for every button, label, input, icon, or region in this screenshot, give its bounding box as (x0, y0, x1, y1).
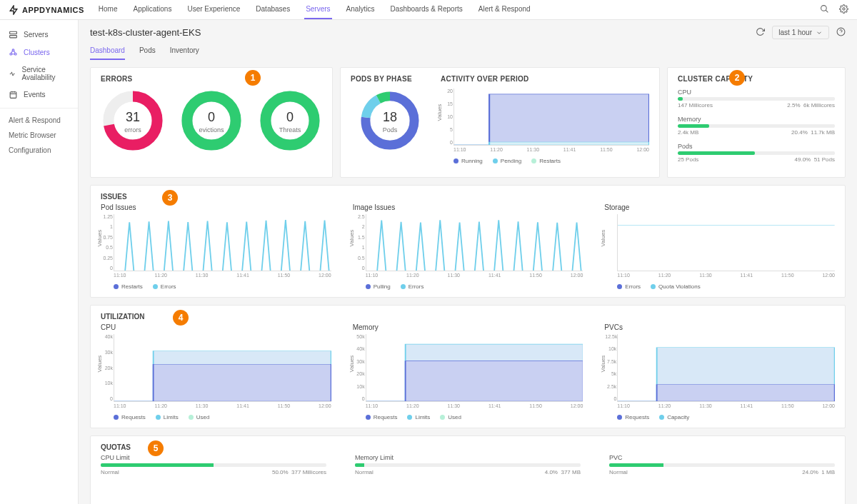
donut-Threats[interactable]: 0Threats (258, 89, 322, 154)
legend-item[interactable]: Restarts (531, 158, 561, 164)
donut-evictions[interactable]: 0evictions (179, 89, 244, 154)
chart-title: Memory (353, 323, 583, 331)
topnav-item-databases[interactable]: Databases (254, 0, 291, 19)
issues-chart-0[interactable]: Values 1.2510.750.50.250 11:1011:2011:30… (101, 214, 331, 290)
refresh-icon[interactable] (756, 27, 765, 38)
capacity-row-cpu: CPU 147 Millicores2.5% 6k Millicores (678, 89, 835, 109)
svg-rect-10 (10, 92, 16, 99)
events-icon (9, 90, 18, 99)
server-icon (9, 30, 18, 39)
legend-item[interactable]: Restarts (114, 283, 143, 290)
capacity-card: 2 CLUSTER CAPACITY CPU 147 Millicores2.5… (667, 67, 846, 178)
svg-point-2 (843, 8, 845, 10)
util-chart-0[interactable]: Values 40k30k20k10k0 11:1011:2011:3011:4… (101, 334, 331, 420)
legend-item[interactable]: Requests (114, 414, 146, 420)
issues-title: ISSUES (101, 193, 835, 201)
topnav-item-applications[interactable]: Applications (131, 0, 173, 19)
chart-title: Pod Issues (101, 203, 331, 211)
legend-item[interactable]: Used (189, 414, 210, 420)
legend-item[interactable]: Requests (366, 414, 398, 420)
legend-item[interactable]: Requests (617, 414, 649, 420)
svg-point-0 (821, 6, 827, 11)
annotation-badge: 5 (148, 440, 164, 456)
sidebar-item-servers[interactable]: Servers (0, 26, 78, 44)
capacity-title: CLUSTER CAPACITY (678, 75, 835, 83)
pods-activity-card: PODS BY PHASE 18 Pods (340, 67, 660, 178)
topnav-item-user-experience[interactable]: User Experience (186, 0, 241, 19)
legend-item[interactable]: Limits (156, 414, 179, 420)
svg-rect-4 (10, 36, 17, 38)
legend-item[interactable]: Used (440, 414, 461, 420)
capacity-row-memory: Memory 2.4k MB20.4% 11.7k MB (678, 116, 835, 136)
sidebar: ServersClustersService AvailabilityEvent… (0, 20, 79, 504)
issues-chart-2[interactable]: Values 11:1011:2011:3011:4111:5012:00 Er… (604, 214, 835, 290)
chart-title: PVCs (604, 323, 835, 331)
sidebar-divider (0, 108, 78, 109)
topnav-item-home[interactable]: Home (97, 0, 119, 19)
chevron-down-icon (816, 29, 823, 36)
chart-title: CPU (101, 323, 331, 331)
cluster-icon (9, 48, 18, 57)
gear-icon[interactable] (839, 4, 848, 15)
tab-dashboard[interactable]: Dashboard (90, 46, 125, 60)
capacity-row-pods: Pods 25 Pods49.0% 51 Pods (678, 143, 835, 163)
util-chart-1[interactable]: Values 50k40k30k20k10k0 11:1011:2011:301… (353, 334, 583, 420)
pods-count: 18 (383, 110, 398, 125)
quota-pvc: PVC Normal24.0% 1 MB (609, 454, 835, 475)
sidebar-link-configuration[interactable]: Configuration (0, 143, 78, 158)
chart-title: Storage (604, 203, 835, 211)
annotation-badge: 4 (173, 310, 189, 326)
brand-logo: APPDYNAMICS (9, 5, 84, 15)
quota-cpu-limit: CPU Limit Normal50.0% 377 Millicores (101, 454, 326, 475)
errors-card: 1 Errors 31errors 0evictions 0Threats (90, 67, 333, 178)
tab-pods[interactable]: Pods (139, 46, 156, 60)
legend-item[interactable]: Pending (493, 158, 521, 164)
utilization-card: 4 UTILIZATION CPU Values 40k30k20k10k0 1… (90, 305, 846, 428)
brand-text: APPDYNAMICS (22, 6, 84, 14)
sidebar-link-alert-respond[interactable]: Alert & Respond (0, 113, 78, 128)
time-range-picker[interactable]: last 1 hour (772, 26, 829, 39)
sidebar-link-metric-browser[interactable]: Metric Browser (0, 128, 78, 143)
topnav-items: HomeApplicationsUser ExperienceDatabases… (97, 0, 532, 19)
page-header: test-k8s-cluster-agent-EKS last 1 hour (79, 20, 857, 39)
donut-errors[interactable]: 31errors (101, 89, 165, 154)
help-icon[interactable] (836, 27, 846, 38)
pods-phase-title: PODS BY PHASE (351, 75, 429, 83)
quota-memory-limit: Memory Limit Normal4.0% 377 MB (355, 454, 581, 475)
tab-inventory[interactable]: Inventory (170, 46, 199, 60)
time-range-label: last 1 hour (778, 29, 812, 36)
quotas-title: QUOTAS (101, 443, 835, 451)
legend-item[interactable]: Capacity (659, 414, 689, 420)
topnav-item-alert-respond[interactable]: Alert & Respond (477, 0, 532, 19)
brand-icon (9, 5, 19, 15)
legend-item[interactable]: Errors (401, 283, 424, 290)
topnav-item-analytics[interactable]: Analytics (345, 0, 376, 19)
svg-line-1 (826, 10, 828, 12)
sidebar-item-clusters[interactable]: Clusters (0, 44, 78, 61)
issues-chart-1[interactable]: Values 2.521.510.50 11:1011:2011:3011:41… (353, 214, 583, 290)
legend-item[interactable]: Pulling (366, 283, 391, 290)
legend-item[interactable]: Running (453, 158, 483, 164)
annotation-badge: 3 (162, 190, 178, 206)
activity-title: ACTIVITY OVER PERIOD (441, 75, 649, 83)
page-title: test-k8s-cluster-agent-EKS (90, 27, 201, 38)
errors-title: Errors (101, 75, 322, 83)
pods-label: Pods (383, 126, 398, 133)
issues-card: 3 ISSUES Pod Issues Values 1.2510.750.50… (90, 185, 846, 298)
sidebar-item-events[interactable]: Events (0, 86, 78, 104)
sidebar-item-service-availability[interactable]: Service Availability (0, 61, 78, 86)
util-chart-2[interactable]: Values 12.5k10k7.5k5k2.5k0 11:1011:2011:… (604, 334, 835, 420)
legend-item[interactable]: Quota Violations (651, 283, 701, 290)
annotation-badge: 1 (245, 70, 261, 86)
legend-item[interactable]: Limits (407, 414, 430, 420)
svg-rect-3 (10, 31, 17, 34)
topnav-item-dashboards-reports[interactable]: Dashboards & Reports (389, 0, 464, 19)
topnav-item-servers[interactable]: Servers (304, 0, 331, 19)
search-icon[interactable] (820, 4, 829, 15)
legend-item[interactable]: Errors (153, 283, 176, 290)
chart-title: Image Issues (353, 203, 583, 211)
activity-chart[interactable]: Values 20151050 11:1011:2011:3011:4111:5… (441, 89, 649, 164)
top-nav: APPDYNAMICS HomeApplicationsUser Experie… (0, 0, 857, 20)
availability-icon (9, 69, 16, 79)
legend-item[interactable]: Errors (617, 283, 641, 290)
